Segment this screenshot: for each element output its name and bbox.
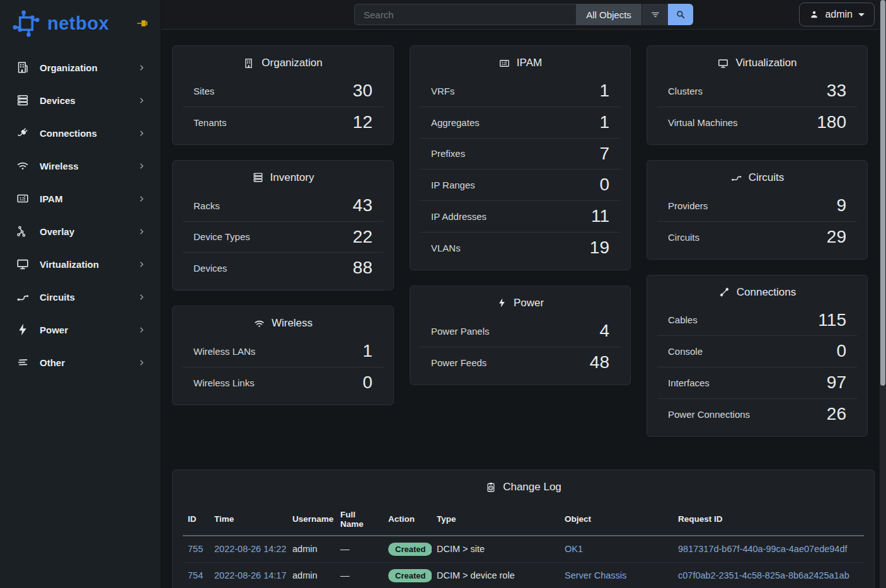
sidebar-item-label: Other [40, 357, 137, 368]
card-connections: Connections Cables 115 Console 0 [647, 275, 868, 437]
stat-row-power-panels[interactable]: Power Panels 4 [420, 316, 620, 347]
stat-row-wireless-links[interactable]: Wireless Links 0 [183, 367, 383, 398]
dashboard-content: Organization Sites 30 Tenants 12 [161, 30, 886, 588]
page-scrollbar [880, 0, 886, 588]
stat-row-sites[interactable]: Sites 30 [183, 76, 383, 107]
stat-row-ip-addresses[interactable]: IP Addresses 11 [420, 201, 620, 233]
change-time-link[interactable]: 2022-08-26 14:17 [214, 570, 287, 580]
card-header: 12 IPAM [410, 46, 630, 73]
stat-value: 1 [599, 81, 609, 101]
stat-row-clusters[interactable]: Clusters 33 [657, 76, 857, 107]
sidebar-item-ipam[interactable]: 12 IPAM [8, 186, 153, 211]
changelog-row: 755 2022-08-26 14:22 admin — Created DCI… [183, 536, 864, 563]
change-type: DCIM > site [432, 536, 560, 563]
card-header: Virtualization [647, 46, 867, 73]
svg-text:12: 12 [502, 61, 507, 66]
bolt-icon [15, 322, 30, 337]
change-time-link[interactable]: 2022-08-26 14:22 [214, 544, 287, 554]
rack-icon [15, 93, 30, 108]
search-scope-button[interactable]: All Objects [576, 4, 641, 25]
stat-row-ip-ranges[interactable]: IP Ranges 0 [420, 170, 620, 201]
chevron-right-icon [137, 326, 146, 334]
main-area: All Objects [161, 0, 886, 588]
sidebar-item-overlay[interactable]: Overlay [8, 219, 153, 244]
chevron-right-icon [137, 359, 146, 367]
chevron-right-icon [137, 96, 146, 105]
stat-row-wireless-lans[interactable]: Wireless LANs 1 [183, 336, 383, 367]
sidebar-item-devices[interactable]: Devices [8, 88, 153, 113]
card-title: Circuits [749, 171, 785, 184]
sidebar-item-power[interactable]: Power [8, 317, 153, 342]
search-submit-button[interactable] [668, 4, 693, 25]
stat-row-power-connections[interactable]: Power Connections 26 [657, 399, 857, 430]
change-id-link[interactable]: 754 [188, 570, 203, 580]
sidebar-item-connections[interactable]: Connections [8, 120, 153, 146]
col-header-time: Time [209, 505, 287, 536]
stat-row-aggregates[interactable]: Aggregates 1 [420, 107, 620, 139]
stat-value: 29 [827, 228, 846, 247]
card-title: Power [514, 297, 544, 309]
stat-label: Circuits [668, 232, 699, 243]
sidebar-item-wireless[interactable]: Wireless [8, 153, 153, 178]
filter-button[interactable] [641, 4, 668, 25]
clipboard-clock-icon [485, 481, 497, 493]
stat-value: 30 [353, 81, 372, 101]
stat-row-power-feeds[interactable]: Power Feeds 48 [420, 347, 620, 378]
user-menu-button[interactable]: admin [799, 3, 875, 26]
brand-name: netbox [47, 13, 109, 34]
change-username: admin [287, 562, 335, 588]
sidebar-item-label: Circuits [40, 292, 137, 303]
stat-row-vlans[interactable]: VLANs 19 [420, 233, 620, 263]
changelog-card: Change Log ID Time Username Full Name Ac [172, 470, 875, 588]
change-object-link[interactable]: Server Chassis [565, 570, 626, 580]
stat-label: Virtual Machines [668, 117, 738, 128]
brand[interactable]: netbox [0, 0, 161, 47]
stat-row-device-types[interactable]: Device Types 22 [183, 222, 383, 253]
stat-row-providers[interactable]: Providers 9 [657, 190, 857, 222]
scrollbar-thumb[interactable] [880, 0, 885, 386]
card-ipam: 12 IPAM VRFs 1 A [410, 45, 631, 270]
stat-row-vrfs[interactable]: VRFs 1 [420, 76, 620, 107]
stat-row-console[interactable]: Console 0 [657, 336, 857, 367]
stat-row-virtual-machines[interactable]: Virtual Machines 180 [657, 107, 857, 138]
pin-sidebar-icon[interactable] [137, 19, 148, 28]
stat-row-devices[interactable]: Devices 88 [183, 253, 383, 284]
chevron-right-icon [137, 293, 146, 301]
stat-value: 4 [599, 321, 609, 341]
search-input[interactable] [354, 4, 576, 25]
sidebar-item-label: Overlay [40, 226, 137, 237]
dash-column-3: Virtualization Clusters 33 Virtual Machi… [647, 45, 868, 437]
sidebar-nav: Organization Devices [0, 47, 161, 391]
stat-label: Clusters [668, 86, 703, 96]
stat-row-circuits[interactable]: Circuits 29 [657, 222, 857, 253]
stat-row-prefixes[interactable]: Prefixes 7 [420, 139, 620, 170]
stat-value: 180 [817, 113, 846, 132]
svg-text:12: 12 [20, 196, 25, 202]
stat-value: 33 [827, 81, 846, 101]
sidebar-item-virtualization[interactable]: Virtualization [8, 251, 153, 277]
stat-row-cables[interactable]: Cables 115 [657, 305, 857, 337]
stat-label: Devices [193, 263, 227, 274]
stat-row-interfaces[interactable]: Interfaces 97 [657, 367, 857, 399]
stat-value: 88 [353, 258, 372, 278]
change-id-link[interactable]: 755 [188, 544, 203, 554]
change-request-id-link[interactable]: c07f0ab2-2351-4c58-825a-8b6a2425a1ab [678, 570, 849, 580]
change-object-link[interactable]: OK1 [565, 544, 583, 554]
card-header: Power [410, 286, 630, 313]
stat-row-tenants[interactable]: Tenants 12 [183, 107, 383, 138]
col-header-request-id: Request ID [673, 505, 864, 536]
stat-label: Prefixes [431, 148, 465, 159]
stat-label: VLANs [431, 243, 461, 253]
sidebar-item-other[interactable]: Other [8, 350, 153, 375]
stat-row-racks[interactable]: Racks 43 [183, 190, 383, 222]
card-header: Circuits [647, 161, 867, 188]
card-header: Connections [647, 275, 867, 303]
change-request-id-link[interactable]: 9817317d-b67f-440a-99ca-4ae07ede94df [678, 544, 847, 554]
changelog-table: ID Time Username Full Name Action Type O… [183, 505, 864, 588]
stat-label: Interfaces [668, 378, 710, 388]
sidebar-item-organization[interactable]: Organization [8, 55, 153, 80]
card-organization: Organization Sites 30 Tenants 12 [172, 45, 394, 145]
stat-card-grid: Organization Sites 30 Tenants 12 [172, 45, 875, 437]
sidebar-item-circuits[interactable]: Circuits [8, 284, 153, 309]
filter-icon [650, 9, 661, 20]
